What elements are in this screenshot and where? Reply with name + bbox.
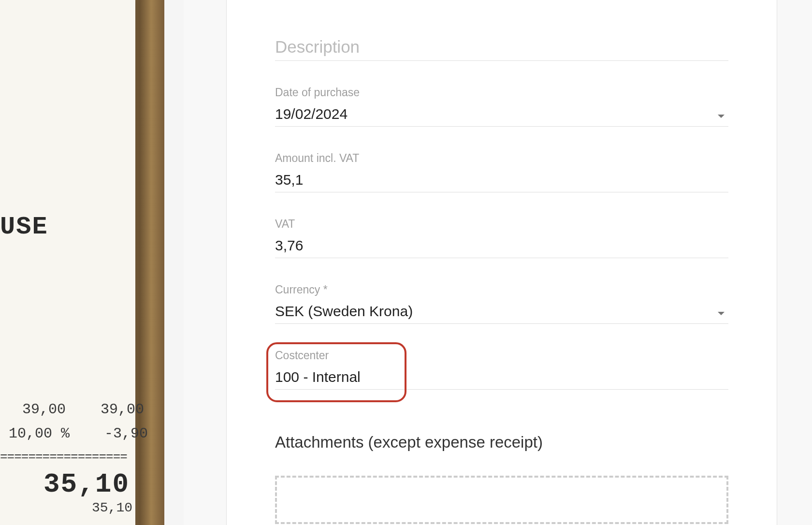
currency-label: Currency *	[275, 283, 728, 296]
date-input[interactable]	[275, 102, 728, 127]
description-group	[275, 33, 728, 61]
attachments-heading: Attachments (except expense receipt)	[275, 433, 728, 452]
vat-input[interactable]	[275, 233, 728, 258]
amount-label: Amount incl. VAT	[275, 152, 728, 165]
date-label: Date of purchase	[275, 86, 728, 99]
chevron-down-icon[interactable]	[718, 115, 725, 118]
chevron-down-icon[interactable]	[718, 312, 725, 315]
receipt-subtotal: 35,10	[92, 500, 132, 515]
expense-form-card: Date of purchase Amount incl. VAT VAT Cu…	[226, 0, 777, 525]
receipt-line-item: 10,00 % -3,90	[0, 425, 148, 442]
costcenter-select[interactable]	[275, 365, 728, 390]
receipt-total: 35,10	[44, 469, 130, 500]
vat-group: VAT	[275, 218, 728, 258]
costcenter-group: Costcenter	[275, 349, 728, 390]
date-group: Date of purchase	[275, 86, 728, 127]
expense-form-panel: Date of purchase Amount incl. VAT VAT Cu…	[184, 0, 812, 525]
currency-group: Currency *	[275, 283, 728, 324]
vat-label: VAT	[275, 218, 728, 231]
receipt-line-item: 39,00 39,00	[5, 401, 144, 418]
receipt-paper: USE 39,00 39,00 10,00 % -3,90 ==========…	[0, 0, 135, 525]
receipt-divider: ==================	[0, 450, 127, 464]
receipt-image[interactable]: USE 39,00 39,00 10,00 % -3,90 ==========…	[0, 0, 164, 525]
receipt-partial-text: USE	[0, 213, 48, 241]
currency-select[interactable]	[275, 299, 728, 324]
description-input[interactable]	[275, 33, 728, 61]
amount-input[interactable]	[275, 168, 728, 192]
receipt-preview-panel: USE 39,00 39,00 10,00 % -3,90 ==========…	[0, 0, 164, 525]
attachments-dropzone[interactable]	[275, 476, 728, 524]
amount-group: Amount incl. VAT	[275, 152, 728, 192]
costcenter-label: Costcenter	[275, 349, 728, 362]
